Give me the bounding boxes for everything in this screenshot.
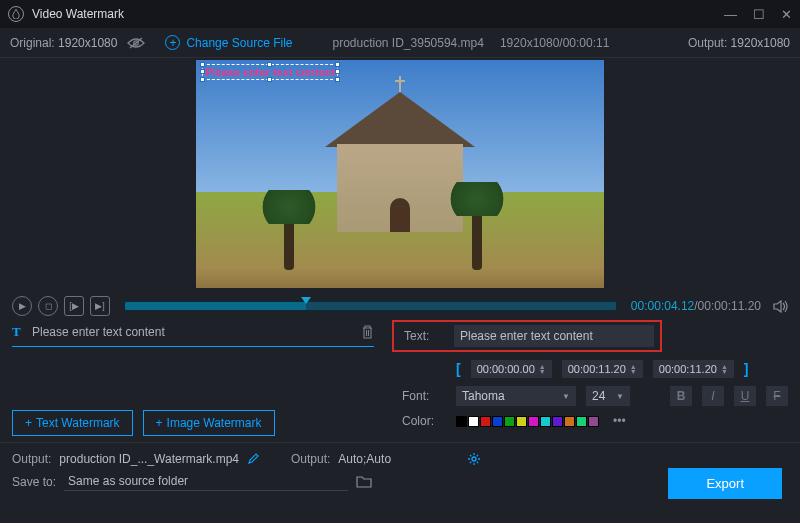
save-to-value[interactable]: Same as source folder: [64, 472, 348, 491]
output-file-value: production ID_..._Watermark.mp4: [59, 452, 239, 466]
more-colors-button[interactable]: •••: [613, 414, 626, 428]
range-start-input[interactable]: 00:00:00.00▲▼: [471, 360, 552, 378]
video-preview[interactable]: Please enter text content: [196, 60, 604, 288]
color-swatches: [456, 416, 599, 427]
source-meta: 1920x1080/00:00:11: [500, 36, 609, 50]
source-filename: production ID_3950594.mp4: [332, 36, 483, 50]
color-swatch[interactable]: [576, 416, 587, 427]
output-res-value: 1920x1080: [731, 36, 790, 50]
text-layer-icon: T: [12, 324, 28, 340]
layer-name: Please enter text content: [28, 325, 361, 339]
color-swatch[interactable]: [540, 416, 551, 427]
italic-button[interactable]: I: [702, 386, 724, 406]
app-title: Video Watermark: [32, 7, 124, 21]
output-format-label: Output:: [291, 452, 330, 466]
range-end-input[interactable]: 00:00:11.20▲▼: [653, 360, 734, 378]
output-settings-icon[interactable]: [467, 452, 481, 466]
svg-point-2: [472, 457, 476, 461]
app-logo: [8, 6, 24, 22]
play-button[interactable]: ▶: [12, 296, 32, 316]
bold-button[interactable]: B: [670, 386, 692, 406]
volume-icon[interactable]: [773, 300, 788, 313]
change-source-button[interactable]: + Change Source File: [165, 35, 292, 50]
color-swatch[interactable]: [456, 416, 467, 427]
delete-layer-icon[interactable]: [361, 325, 374, 339]
color-swatch[interactable]: [504, 416, 515, 427]
underline-button[interactable]: U: [734, 386, 756, 406]
preview-toggle-icon[interactable]: [127, 37, 145, 49]
plus-icon: +: [165, 35, 180, 50]
change-source-label: Change Source File: [186, 36, 292, 50]
duration-time: /00:00:11.20: [694, 299, 761, 313]
output-res-label: Output:: [688, 36, 727, 50]
add-text-watermark-button[interactable]: +Text Watermark: [12, 410, 133, 436]
strikethrough-button[interactable]: F: [766, 386, 788, 406]
color-swatch[interactable]: [468, 416, 479, 427]
close-button[interactable]: ✕: [781, 7, 792, 22]
mark-out-button[interactable]: ▶]: [90, 296, 110, 316]
watermark-layer-row[interactable]: T Please enter text content: [12, 320, 374, 347]
text-label: Text:: [404, 329, 444, 343]
image-watermark-label: Image Watermark: [167, 416, 262, 430]
range-start-bracket[interactable]: [: [456, 361, 461, 377]
color-swatch[interactable]: [516, 416, 527, 427]
timeline-scrubber[interactable]: [124, 301, 617, 311]
original-value: 1920x1080: [58, 36, 117, 50]
export-button[interactable]: Export: [668, 468, 782, 499]
browse-folder-icon[interactable]: [356, 475, 372, 488]
stop-button[interactable]: ◻: [38, 296, 58, 316]
original-label: Original:: [10, 36, 55, 50]
maximize-button[interactable]: ☐: [753, 7, 765, 22]
save-to-label: Save to:: [12, 475, 56, 489]
text-watermark-label: Text Watermark: [36, 416, 120, 430]
watermark-text-input[interactable]: [454, 325, 654, 347]
current-time: 00:00:04.12: [631, 299, 694, 313]
output-file-label: Output:: [12, 452, 51, 466]
range-end-bracket[interactable]: ]: [744, 361, 749, 377]
range-mid-input[interactable]: 00:00:11.20▲▼: [562, 360, 643, 378]
text-input-row: Text:: [392, 320, 662, 352]
minimize-button[interactable]: —: [724, 7, 737, 22]
color-swatch[interactable]: [588, 416, 599, 427]
color-label: Color:: [402, 414, 446, 428]
color-swatch[interactable]: [528, 416, 539, 427]
color-swatch[interactable]: [564, 416, 575, 427]
mark-in-button[interactable]: [▶: [64, 296, 84, 316]
output-format-value: Auto;Auto: [338, 452, 391, 466]
edit-output-name-icon[interactable]: [247, 453, 259, 465]
font-family-select[interactable]: Tahoma▼: [456, 386, 576, 406]
color-swatch[interactable]: [552, 416, 563, 427]
font-size-select[interactable]: 24▼: [586, 386, 630, 406]
add-image-watermark-button[interactable]: +Image Watermark: [143, 410, 275, 436]
color-swatch[interactable]: [492, 416, 503, 427]
watermark-overlay[interactable]: Please enter text content: [202, 64, 338, 80]
font-label: Font:: [402, 389, 446, 403]
color-swatch[interactable]: [480, 416, 491, 427]
